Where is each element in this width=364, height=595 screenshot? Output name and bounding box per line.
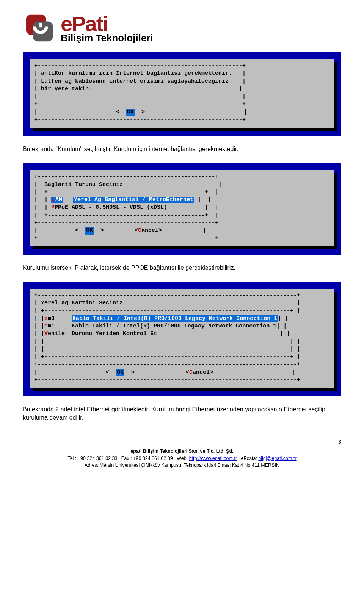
terminal-dialog: +---------------------------------------… — [30, 59, 334, 128]
paragraph-3: Bu ekranda 2 adet intel Ethernet görülme… — [23, 405, 341, 422]
terminal-screenshot-2: +---------------------------------------… — [23, 163, 341, 254]
menu-item-em0[interactable]: em0 — [44, 315, 55, 322]
cancel-button[interactable]: Cancel — [138, 227, 158, 234]
footer-contact-line: Tel : +90 324 361 02 33 Fax : +90 324 36… — [23, 455, 341, 462]
logo-text: ePati Bilişim Teknolojileri — [61, 13, 153, 43]
ok-button[interactable]: OK — [85, 227, 94, 235]
footer-company: epati Bilişim Teknolojileri San. ve Tic.… — [23, 448, 341, 455]
cancel-button[interactable]: Cancel — [189, 369, 210, 376]
dialog-line: Lutfen ag kablosunu internet erisimi sag… — [41, 78, 229, 85]
paragraph-2: Kurulumu istersek IP alarak, istersek de… — [23, 264, 341, 272]
svg-rect-2 — [39, 23, 42, 27]
dialog-title: Baglanti Turunu Seciniz — [44, 181, 123, 188]
logo: ePati Bilişim Teknolojileri — [23, 11, 341, 45]
page-number: 3 — [338, 438, 341, 446]
page-footer: 3 epati Bilişim Teknolojileri San. ve Ti… — [23, 445, 341, 469]
terminal-screenshot-1: +---------------------------------------… — [23, 52, 341, 136]
footer-email-link[interactable]: bilgi@epati.com.tr — [258, 456, 296, 461]
paragraph-1: Bu ekranda "Kurulum" seçilmiştir. Kurulu… — [23, 145, 341, 153]
menu-item-lan[interactable]: LAN — [51, 197, 63, 203]
dialog-line: antiKor kurulumu icin Internet baglantis… — [41, 70, 232, 77]
terminal-dialog: +---------------------------------------… — [30, 170, 334, 246]
footer-web-link[interactable]: http://www.epati.com.tr — [189, 456, 237, 461]
brand-name: ePati — [61, 13, 153, 35]
logo-icon — [23, 11, 56, 45]
terminal-screenshot-3: +---------------------------------------… — [23, 282, 341, 396]
dialog-title: Yerel Ag Kartini Seciniz — [41, 300, 123, 306]
dialog-line: bir yere takin. — [41, 86, 92, 92]
menu-item-em1[interactable]: em1 — [44, 323, 55, 329]
brand-subtitle: Bilişim Teknolojileri — [61, 33, 153, 43]
footer-address-line: Adres: Mersin Üniversitesi Çiftlikköy Ka… — [23, 462, 341, 469]
menu-item-pppoe[interactable]: PPPoE — [51, 204, 68, 211]
ok-button[interactable]: OK — [126, 109, 135, 116]
ok-button[interactable]: OK — [116, 369, 124, 376]
terminal-dialog: +---------------------------------------… — [30, 289, 334, 388]
menu-item-yenile[interactable]: Yenile — [44, 331, 65, 337]
